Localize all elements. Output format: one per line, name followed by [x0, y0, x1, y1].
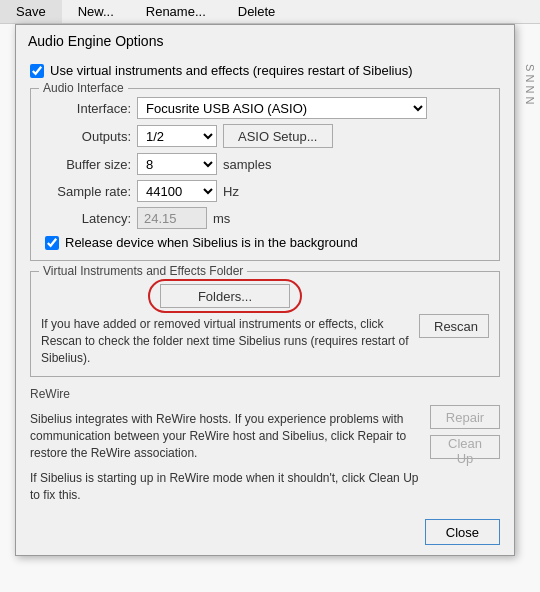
rewire-description1: Sibelius integrates with ReWire hosts. I…	[30, 411, 420, 461]
outputs-row: Outputs: 1/2 ASIO Setup...	[41, 124, 489, 148]
folders-button[interactable]: Folders...	[160, 284, 290, 308]
rewire-section: ReWire Sibelius integrates with ReWire h…	[30, 387, 500, 503]
audio-engine-dialog: Audio Engine Options Use virtual instrum…	[15, 24, 515, 556]
rename-button[interactable]: Rename...	[130, 0, 222, 23]
audio-interface-section: Audio Interface Interface: Focusrite USB…	[30, 88, 500, 261]
asio-setup-button[interactable]: ASIO Setup...	[223, 124, 333, 148]
outputs-select[interactable]: 1/2	[137, 125, 217, 147]
rewire-text-col: Sibelius integrates with ReWire hosts. I…	[30, 405, 420, 503]
dialog-body: Use virtual instruments and effects (req…	[16, 55, 514, 513]
use-virtual-row: Use virtual instruments and effects (req…	[30, 63, 500, 78]
use-virtual-checkbox[interactable]	[30, 64, 44, 78]
rewire-content: Sibelius integrates with ReWire hosts. I…	[30, 405, 500, 503]
new-button[interactable]: New...	[62, 0, 130, 23]
audio-interface-label: Audio Interface	[39, 81, 128, 95]
sample-rate-select[interactable]: 44100	[137, 180, 217, 202]
rewire-section-label: ReWire	[30, 387, 500, 401]
interface-select[interactable]: Focusrite USB ASIO (ASIO)	[137, 97, 427, 119]
use-virtual-label[interactable]: Use virtual instruments and effects (req…	[50, 63, 412, 78]
side-text: S N N N	[524, 64, 536, 104]
rewire-description2: If Sibelius is starting up in ReWire mod…	[30, 470, 420, 504]
virtual-folder-description: If you have added or removed virtual ins…	[41, 316, 409, 366]
latency-row: Latency: ms	[41, 207, 489, 229]
close-button[interactable]: Close	[425, 519, 500, 545]
buffer-unit: samples	[223, 157, 271, 172]
latency-label: Latency:	[41, 211, 131, 226]
sample-rate-row: Sample rate: 44100 Hz	[41, 180, 489, 202]
dialog-footer: Close	[16, 513, 514, 555]
outputs-label: Outputs:	[41, 129, 131, 144]
dialog-title: Audio Engine Options	[28, 33, 163, 49]
save-button[interactable]: Save	[0, 0, 62, 23]
latency-unit: ms	[213, 211, 230, 226]
release-device-checkbox[interactable]	[45, 236, 59, 250]
delete-button[interactable]: Delete	[222, 0, 292, 23]
buffer-label: Buffer size:	[41, 157, 131, 172]
virtual-folder-label: Virtual Instruments and Effects Folder	[39, 264, 247, 278]
rescan-button[interactable]: Rescan	[419, 314, 489, 338]
virtual-folder-section: Virtual Instruments and Effects Folder F…	[30, 271, 500, 377]
release-device-row: Release device when Sibelius is in the b…	[45, 235, 489, 250]
release-device-label[interactable]: Release device when Sibelius is in the b…	[65, 235, 358, 250]
cleanup-button[interactable]: Clean Up	[430, 435, 500, 459]
repair-button[interactable]: Repair	[430, 405, 500, 429]
buffer-select[interactable]: 8	[137, 153, 217, 175]
interface-label: Interface:	[41, 101, 131, 116]
rewire-btn-col: Repair Clean Up	[430, 405, 500, 503]
interface-row: Interface: Focusrite USB ASIO (ASIO)	[41, 97, 489, 119]
folders-btn-wrapper: Folders...	[160, 284, 290, 308]
sample-rate-unit: Hz	[223, 184, 239, 199]
sample-rate-label: Sample rate:	[41, 184, 131, 199]
buffer-row: Buffer size: 8 samples	[41, 153, 489, 175]
top-bar: Save New... Rename... Delete	[0, 0, 540, 24]
latency-input	[137, 207, 207, 229]
dialog-title-bar: Audio Engine Options	[16, 25, 514, 55]
